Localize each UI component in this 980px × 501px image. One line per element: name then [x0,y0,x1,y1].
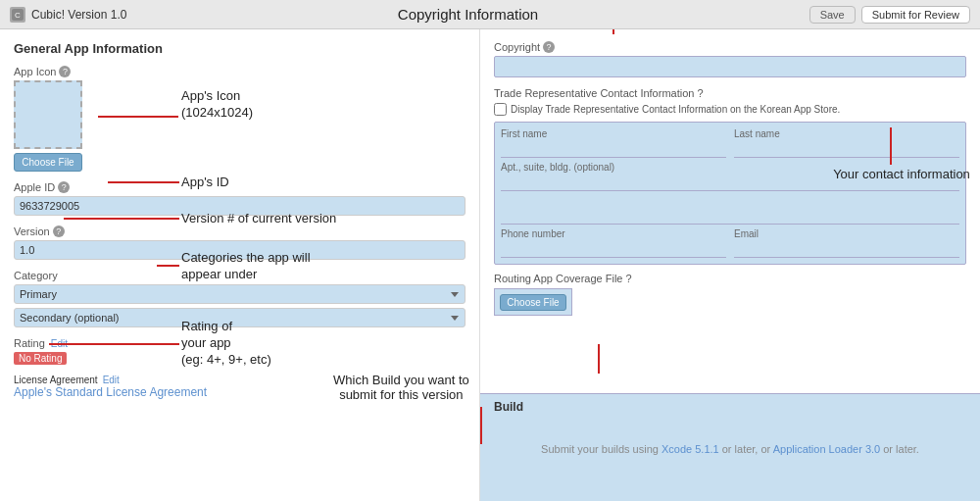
routing-choose-file-button[interactable]: Choose File [500,294,565,311]
left-panel: General App Information App Icon ? Choos… [0,29,480,501]
trade-rep-checkbox-row: Display Trade Representative Contact Inf… [494,103,966,116]
phone-email-row: Phone number Email [501,228,959,258]
name-row: First name Last name [501,128,959,158]
version-label: Version ? [14,225,466,237]
apt-input[interactable] [501,175,959,191]
license-group: License Agreement Edit Apple's Standard … [14,375,466,399]
apple-id-group: Apple ID ? [14,181,466,216]
version-group: Version ? [14,225,466,260]
first-name-input[interactable] [501,141,726,158]
arrow-category [157,265,179,267]
apple-id-help-icon[interactable]: ? [58,181,70,193]
license-row: License Agreement Edit [14,375,466,385]
email-label: Email [734,228,959,239]
phone-label: Phone number [501,228,726,239]
app-logo-icon: C [10,7,25,23]
category-secondary-select[interactable]: Secondary (optional) [14,308,466,327]
contact-grid: First name Last name Apt., suite, bldg. … [494,122,966,265]
arrow-build-vertical [598,344,600,374]
build-info: Submit your builds using Xcode 5.1.1 or … [494,422,966,476]
trade-rep-help-icon[interactable]: ? [697,87,703,99]
arrow-version [64,218,179,220]
submit-review-button[interactable]: Submit for Review [861,6,970,24]
last-name-field: Last name [734,128,959,158]
trade-rep-section: Trade Representative Contact Information… [494,87,966,265]
build-title: Build [494,400,966,414]
address-area [501,195,959,225]
section-title: General App Information [14,41,466,56]
email-field: Email [734,228,959,258]
save-button[interactable]: Save [809,6,856,24]
app-icon-label: App Icon ? [14,66,466,77]
last-name-label: Last name [734,128,959,139]
phone-input[interactable] [501,241,726,258]
topbar-actions: Save Submit for Review [809,6,970,24]
copyright-input[interactable] [494,56,966,77]
category-primary-select[interactable]: Primary [14,284,466,304]
app-icon-choose-file-button[interactable]: Choose File [14,153,82,172]
page-title: Copyright Information [398,6,538,23]
version-input[interactable] [14,240,466,260]
version-help-icon[interactable]: ? [53,225,65,237]
topbar-left: C Cubic! Version 1.0 [10,7,126,23]
app-icon-area: Choose File [14,80,466,172]
topbar-title: Cubic! Version 1.0 [31,8,126,22]
copyright-group: Copyright ? [494,41,966,77]
build-info-text: Submit your builds using Xcode 5.1.1 or … [541,443,919,455]
routing-file-box: Choose File [494,288,572,316]
trade-rep-checkbox[interactable] [494,103,507,116]
apt-label: Apt., suite, bldg. (optional) [501,162,959,173]
app-loader-link[interactable]: Application Loader 3.0 [773,443,880,455]
build-section: Build Submit your builds using Xcode 5.1… [480,393,980,501]
apple-license-link[interactable]: Apple's Standard License Agreement [14,385,207,399]
app-icon-box [14,80,82,149]
apt-field: Apt., suite, bldg. (optional) [501,162,959,191]
copyright-help-icon[interactable]: ? [543,41,555,53]
email-input[interactable] [734,241,959,258]
xcode-link[interactable]: Xcode 5.1.1 [662,443,719,455]
app-icon-group: App Icon ? Choose File [14,66,466,172]
routing-help-icon[interactable]: ? [625,273,631,284]
last-name-input[interactable] [734,141,959,158]
category-group: Category Primary Secondary (optional) [14,270,466,327]
apple-id-input[interactable] [14,196,466,216]
arrow-copyright-vertical [612,29,614,34]
trade-rep-label: Trade Representative Contact Information… [494,87,966,99]
right-panel: Copyright ? Trade Representative Contact… [480,29,980,501]
first-name-field: First name [501,128,726,158]
copyright-label: Copyright ? [494,41,966,53]
phone-field: Phone number [501,228,726,258]
svg-text:C: C [15,11,21,20]
app-icon-help-icon[interactable]: ? [59,66,71,77]
rating-row: Rating Edit [14,337,466,349]
category-label: Category [14,270,466,281]
topbar: C Cubic! Version 1.0 Copyright Informati… [0,0,980,29]
no-rating-badge: No Rating [14,352,67,365]
routing-section: Routing App Coverage File ? Choose File [494,273,966,316]
rating-edit-link[interactable]: Edit [51,338,68,349]
first-name-label: First name [501,128,726,139]
license-edit-link[interactable]: Edit [103,375,120,385]
rating-group: Rating Edit No Rating [14,337,466,365]
apple-id-label: Apple ID ? [14,181,466,193]
routing-label: Routing App Coverage File ? [494,273,966,284]
